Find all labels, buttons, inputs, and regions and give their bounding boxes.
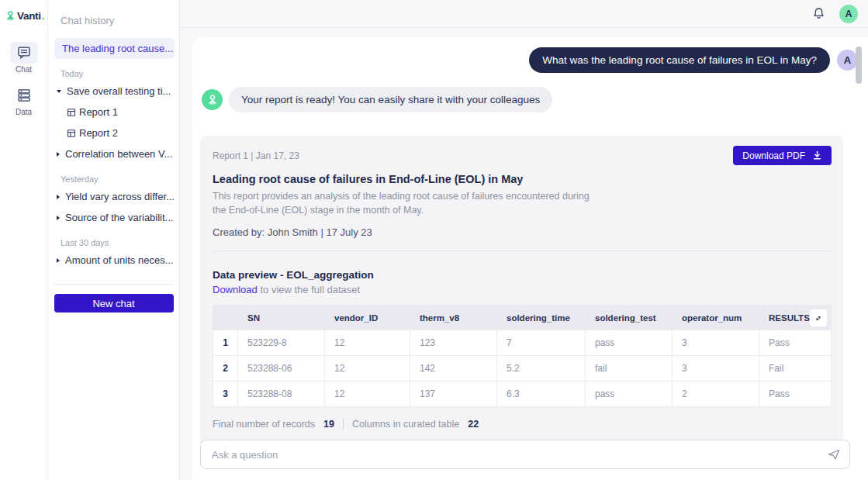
main-area: A What was the leading root cause of fai… bbox=[180, 0, 868, 480]
composer bbox=[200, 440, 850, 469]
send-button[interactable] bbox=[826, 447, 842, 464]
vanti-logo-icon bbox=[5, 10, 16, 22]
download-icon bbox=[812, 150, 822, 161]
app-window: Vanti. Chat bbox=[0, 0, 868, 480]
columns-label: Columns in curated table bbox=[352, 419, 459, 430]
column-header-operator-num: operator_num bbox=[673, 306, 759, 330]
chat-history-sidebar: Chat history The leading root cause... T… bbox=[48, 0, 180, 480]
table-row: 2 523288-06 12 142 5.2 fail 3 Fail bbox=[213, 356, 832, 382]
sidebar-item-save-overall[interactable]: Save overall testing ti... bbox=[48, 81, 179, 102]
user-message-avatar: A bbox=[837, 50, 858, 71]
brand-dot: . bbox=[42, 10, 45, 22]
report-icon bbox=[67, 129, 76, 138]
sidebar-item-correlation[interactable]: Correlation between V... bbox=[48, 143, 179, 164]
rail-nav: Chat Data bbox=[0, 42, 47, 116]
column-header-index bbox=[213, 306, 238, 330]
report-description: This report provides an analysis of the … bbox=[213, 189, 604, 217]
user-message-row: What was the leading root cause of failu… bbox=[192, 47, 858, 73]
column-header-vendor-id: vendor_ID bbox=[325, 306, 410, 330]
download-dataset-link[interactable]: Download bbox=[213, 284, 258, 295]
data-preview-table: SN vendor_ID therm_v8 soldering_time sol… bbox=[213, 305, 832, 407]
caret-right-icon bbox=[57, 216, 60, 220]
notification-bell-icon[interactable] bbox=[811, 6, 826, 21]
columns-value: 22 bbox=[468, 419, 479, 430]
vertical-scrollbar[interactable] bbox=[856, 47, 862, 84]
caret-right-icon bbox=[57, 195, 60, 199]
download-pdf-button[interactable]: Download PDF bbox=[733, 146, 832, 165]
records-value: 19 bbox=[323, 419, 334, 430]
nav-rail: Vanti. Chat bbox=[0, 0, 48, 480]
sidebar-section-today: Today bbox=[48, 67, 179, 81]
chat-panel: What was the leading root cause of failu… bbox=[192, 37, 868, 480]
summary-separator bbox=[343, 418, 344, 430]
report-title: Leading root cause of failures in End-of… bbox=[213, 173, 832, 185]
caret-down-icon bbox=[57, 90, 61, 93]
column-header-results: RESULTS bbox=[759, 306, 832, 330]
column-header-soldering-test: soldering_test bbox=[586, 306, 673, 330]
report-created-by: Created by: John Smith | 17 July 23 bbox=[213, 226, 832, 238]
chat-icon bbox=[10, 42, 38, 64]
report-divider bbox=[213, 250, 832, 251]
user-avatar[interactable]: A bbox=[839, 5, 858, 23]
sidebar-item-amount[interactable]: Amount of units neces... bbox=[48, 250, 179, 271]
records-label: Final number of records bbox=[213, 419, 315, 430]
user-message-bubble: What was the leading root cause of failu… bbox=[529, 47, 830, 73]
expand-table-button[interactable] bbox=[810, 309, 827, 326]
vanti-logo: Vanti. bbox=[5, 10, 47, 22]
nav-item-data[interactable]: Data bbox=[10, 85, 38, 116]
database-icon bbox=[10, 85, 38, 106]
sidebar-title: Chat history bbox=[61, 15, 179, 26]
table-summary: Final number of records 19 Columns in cu… bbox=[213, 418, 832, 430]
report-card: Report 1 | Jan 17, 23 Download PDF Leadi… bbox=[200, 136, 843, 448]
nav-label-data: Data bbox=[16, 108, 32, 116]
data-preview-title: Data preview - EOL_aggregation bbox=[213, 269, 832, 281]
table-row: 1 523229-8 12 123 7 pass 3 Pass bbox=[213, 330, 832, 356]
nav-label-chat: Chat bbox=[16, 65, 32, 74]
table-header-row: SN vendor_ID therm_v8 soldering_time sol… bbox=[213, 306, 832, 330]
ask-question-input[interactable] bbox=[200, 440, 850, 469]
column-header-soldering-time: soldering_time bbox=[497, 306, 586, 330]
sidebar-item-selected[interactable]: The leading root cause... bbox=[54, 38, 175, 59]
topbar: A bbox=[180, 0, 868, 28]
nav-item-chat[interactable]: Chat bbox=[10, 42, 38, 74]
new-chat-button[interactable]: New chat bbox=[54, 294, 174, 313]
sidebar-divider bbox=[54, 284, 173, 285]
bot-message-row: Your report is ready! You can easily sha… bbox=[202, 87, 868, 112]
sidebar-item-report-1[interactable]: Report 1 bbox=[48, 102, 179, 123]
table-row: 3 523288-08 12 137 6.3 pass 2 Pass bbox=[213, 382, 832, 407]
report-icon bbox=[67, 108, 76, 117]
data-preview-subtitle: Download to view the full dataset bbox=[213, 284, 832, 295]
sidebar-section-yesterday: Yesterday bbox=[48, 173, 179, 186]
column-header-therm-v8: therm_v8 bbox=[410, 306, 497, 330]
sidebar-section-last-30-days: Last 30 days bbox=[48, 237, 179, 250]
bot-avatar bbox=[202, 89, 223, 110]
sidebar-item-source[interactable]: Source of the variabilit... bbox=[48, 207, 179, 228]
sidebar-item-report-2[interactable]: Report 2 bbox=[48, 123, 179, 143]
caret-right-icon bbox=[57, 258, 60, 263]
report-card-header: Report 1 | Jan 17, 23 Download PDF bbox=[213, 146, 832, 165]
brand-name: Vanti bbox=[17, 10, 41, 22]
column-header-sn: SN bbox=[238, 306, 325, 330]
caret-right-icon bbox=[57, 152, 60, 157]
report-meta: Report 1 | Jan 17, 23 bbox=[213, 150, 299, 161]
bot-message-bubble: Your report is ready! You can easily sha… bbox=[229, 87, 552, 112]
sidebar-item-yield[interactable]: Yield vary across differ... bbox=[48, 186, 179, 207]
